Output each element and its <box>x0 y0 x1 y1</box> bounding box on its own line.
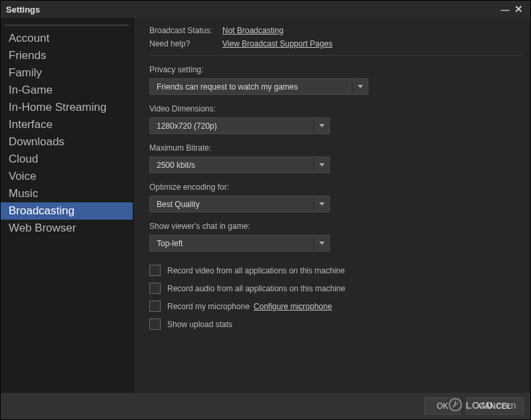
content-pane: Broadcast Status: Not Broadcasting Need … <box>133 18 530 393</box>
chevron-down-icon <box>313 118 329 133</box>
record-video-checkbox[interactable] <box>149 265 161 276</box>
sidebar-label: Music <box>9 187 38 200</box>
cancel-button[interactable]: CANCEL <box>466 397 524 415</box>
sidebar-label: Interface <box>9 118 52 131</box>
dimensions-select[interactable]: 1280x720 (720p) <box>149 117 330 134</box>
sidebar-item-music[interactable]: Music <box>1 185 133 202</box>
record-mic-label: Record my microphone <box>167 302 250 311</box>
sidebar-label: Family <box>9 66 42 79</box>
sidebar-item-in-game[interactable]: In-Game <box>1 82 133 99</box>
record-video-label: Record video from all applications on th… <box>167 266 344 275</box>
sidebar-item-voice[interactable]: Voice <box>1 168 133 185</box>
broadcast-status-value[interactable]: Not Broadcasting <box>222 26 283 35</box>
chevron-down-icon <box>313 196 329 212</box>
sidebar-item-web-browser[interactable]: Web Browser <box>1 220 133 237</box>
sidebar-label: Broadcasting <box>9 204 74 217</box>
bitrate-value: 2500 kbit/s <box>150 161 313 170</box>
sidebar-item-cloud[interactable]: Cloud <box>1 151 133 168</box>
sidebar-item-account[interactable]: Account <box>1 30 133 47</box>
sidebar-label: Friends <box>9 49 46 62</box>
upload-stats-label: Show upload stats <box>167 320 232 329</box>
sidebar-item-broadcasting[interactable]: Broadcasting <box>1 202 133 220</box>
sidebar-item-interface[interactable]: Interface <box>1 116 133 133</box>
divider <box>149 55 521 56</box>
sidebar-item-family[interactable]: Family <box>1 64 133 82</box>
chat-pos-label: Show viewer's chat in game: <box>149 222 518 231</box>
sidebar-item-in-home-streaming[interactable]: In-Home Streaming <box>1 99 133 116</box>
sidebar-label: In-Game <box>9 84 52 96</box>
chat-pos-value: Top-left <box>150 239 313 248</box>
cancel-button-label: CANCEL <box>479 401 511 411</box>
bitrate-select[interactable]: 2500 kbit/s <box>149 157 330 173</box>
dimensions-value: 1280x720 (720p) <box>150 121 313 131</box>
sidebar-divider <box>5 25 129 26</box>
record-audio-label: Record audio from all applications on th… <box>167 284 345 293</box>
need-help-label: Need help? <box>149 39 222 48</box>
encoding-select[interactable]: Best Quality <box>149 196 330 212</box>
chevron-down-icon <box>313 157 329 173</box>
privacy-select[interactable]: Friends can request to watch my games <box>149 78 368 95</box>
settings-window: Settings — ✕ Account Friends Family In-G… <box>0 0 531 420</box>
encoding-value: Best Quality <box>150 200 313 209</box>
sidebar-label: Web Browser <box>9 222 76 234</box>
privacy-label: Privacy setting: <box>149 65 518 74</box>
sidebar-label: In-Home Streaming <box>9 101 106 113</box>
sidebar-item-downloads[interactable]: Downloads <box>1 133 133 151</box>
chevron-down-icon <box>352 79 368 94</box>
window-title: Settings <box>6 5 40 15</box>
chevron-down-icon <box>313 236 329 251</box>
chat-pos-select[interactable]: Top-left <box>149 235 330 251</box>
bitrate-label: Maximum Bitrate: <box>149 143 518 153</box>
configure-microphone-link[interactable]: Configure microphone <box>254 302 332 311</box>
close-button[interactable]: ✕ <box>512 3 525 15</box>
sidebar: Account Friends Family In-Game In-Home S… <box>1 18 133 393</box>
titlebar: Settings — ✕ <box>1 1 530 18</box>
ok-button-label: OK <box>437 401 448 411</box>
sidebar-label: Downloads <box>9 135 64 148</box>
minimize-button[interactable]: — <box>498 5 512 15</box>
sidebar-label: Account <box>9 32 49 44</box>
ok-button[interactable]: OK <box>424 397 461 415</box>
record-mic-checkbox[interactable] <box>149 301 161 312</box>
sidebar-label: Cloud <box>9 153 38 165</box>
privacy-value: Friends can request to watch my games <box>150 82 352 92</box>
broadcast-status-label: Broadcast Status: <box>149 26 222 35</box>
sidebar-item-friends[interactable]: Friends <box>1 47 133 64</box>
footer: OK CANCEL <box>1 393 530 419</box>
dimensions-label: Video Dimensions: <box>149 104 518 113</box>
sidebar-label: Voice <box>9 170 37 182</box>
broadcast-support-link[interactable]: View Broadcast Support Pages <box>222 39 333 48</box>
record-audio-checkbox[interactable] <box>149 283 161 294</box>
upload-stats-checkbox[interactable] <box>149 318 161 330</box>
encoding-label: Optimize encoding for: <box>149 182 518 192</box>
